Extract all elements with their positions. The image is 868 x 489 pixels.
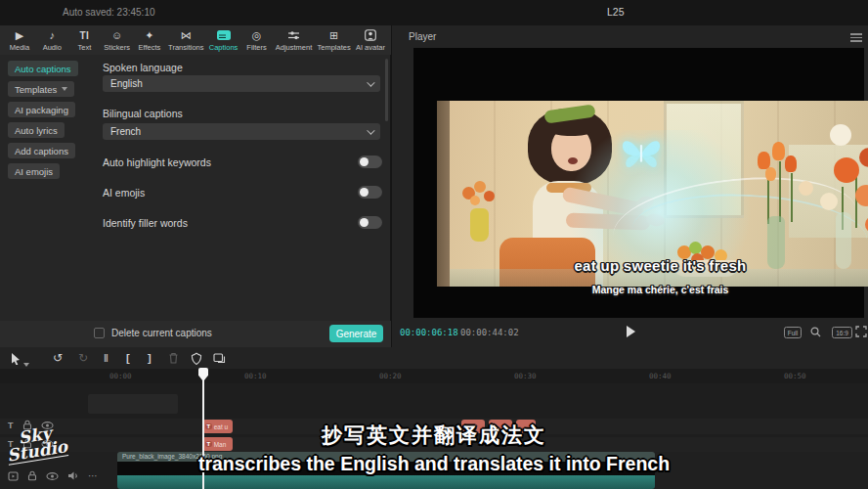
stickers-icon: ☺: [111, 29, 122, 42]
title-bar: Auto saved: 23:45:10 L25: [0, 0, 868, 25]
tab-filters[interactable]: ◎ Filters: [243, 29, 271, 52]
player-panel: Player: [392, 25, 868, 347]
play-button[interactable]: [627, 326, 635, 337]
sidebar-item-ai-emojis[interactable]: AI emojis: [8, 163, 60, 179]
spoken-language-select[interactable]: English: [103, 75, 380, 92]
empty-clip-slot: [88, 394, 178, 414]
text-icon: TI: [79, 29, 89, 42]
player-menu-icon[interactable]: [850, 33, 862, 42]
sidebar-item-templates[interactable]: Templates: [8, 81, 74, 97]
panel-scrollbar[interactable]: [385, 59, 388, 121]
filler-words-label: Identify filler words: [103, 217, 188, 229]
sidebar-item-auto-lyrics[interactable]: Auto lyrics: [8, 122, 65, 138]
zoom-fit-icon[interactable]: [809, 326, 822, 338]
ai-emojis-label: AI emojis: [103, 187, 145, 199]
current-timecode: 00:00:06:18: [400, 328, 458, 337]
undo-icon[interactable]: ↺: [53, 351, 63, 365]
captions-icon: [217, 29, 231, 42]
sidebar-item-ai-packaging[interactable]: AI packaging: [8, 102, 75, 117]
delete-icon[interactable]: [168, 352, 179, 364]
captions-panel: ▶ Media ♪ Audio TI Text ☺ Stickers ✦ Eff…: [0, 25, 391, 347]
subtitle-english: transcribes the English and translates i…: [0, 453, 868, 475]
chevron-down-icon: [62, 87, 67, 91]
split-icon[interactable]: Ⅱ: [104, 352, 108, 366]
subtitle-chinese: 抄写英文并翻译成法文: [0, 422, 868, 449]
audio-waveform: [117, 475, 655, 489]
auto-highlight-toggle[interactable]: [358, 156, 382, 168]
player-panel-title: Player: [409, 31, 436, 42]
spoken-language-label: Spoken language: [103, 62, 183, 73]
tab-effects[interactable]: ✦ Effects: [136, 29, 163, 52]
ai-avatar-icon: [365, 29, 376, 42]
audio-icon: ♪: [49, 29, 55, 42]
effects-icon: ✦: [145, 29, 153, 42]
media-icon: ▶: [16, 29, 23, 42]
auto-highlight-label: Auto highlight keywords: [103, 156, 211, 168]
filters-icon: ◎: [252, 29, 262, 42]
chevron-down-icon: [367, 78, 374, 86]
media-toolbar: ▶ Media ♪ Audio TI Text ☺ Stickers ✦ Eff…: [0, 25, 391, 55]
delete-captions-label: Delete current captions: [111, 328, 212, 338]
butterfly-hologram: [619, 136, 664, 173]
tab-text[interactable]: TI Text: [70, 29, 98, 52]
chevron-down-icon: [367, 126, 374, 134]
total-duration: 00:00:44:02: [460, 328, 519, 337]
filler-words-toggle[interactable]: [358, 216, 382, 229]
tab-captions[interactable]: Captions: [209, 29, 239, 52]
tab-transitions[interactable]: ⋈ Transitions: [168, 29, 203, 52]
tab-templates[interactable]: ⊞ Templates: [318, 29, 351, 52]
tab-media[interactable]: ▶ Media: [6, 29, 33, 52]
tab-ai-avatar[interactable]: AI avatar: [356, 29, 385, 52]
tab-adjustment[interactable]: Adjustment: [276, 29, 313, 52]
select-tool-icon[interactable]: [10, 352, 22, 365]
video-caption-primary: eat up sweetie it's fresh: [435, 257, 868, 274]
player-controls: 00:00:06:18 00:00:44:02 Full 16:9: [392, 318, 868, 347]
redo-icon[interactable]: ↻: [78, 351, 88, 365]
autosave-status: Auto saved: 23:45:10: [63, 7, 155, 18]
sidebar-item-add-captions[interactable]: Add captions: [8, 143, 75, 158]
bilingual-captions-select[interactable]: French: [103, 123, 380, 140]
delete-captions-checkbox[interactable]: [94, 328, 105, 338]
video-viewport: eat up sweetie it's fresh Mange ma chéri…: [413, 48, 864, 318]
video-caption-secondary: Mange ma chérie, c'est frais: [435, 284, 868, 295]
select-tool-caret-icon[interactable]: [23, 356, 29, 370]
generate-button[interactable]: Generate: [329, 325, 383, 342]
ai-emojis-toggle[interactable]: [358, 186, 382, 199]
timeline-ruler[interactable]: 00:00 00:10 00:20 00:30 00:40 00:50: [0, 369, 868, 383]
timeline-toolbar: ↺ ↻ Ⅱ [ ]: [0, 347, 868, 369]
sidebar-item-auto-captions[interactable]: Auto captions: [8, 61, 78, 76]
tab-audio[interactable]: ♪ Audio: [38, 29, 65, 52]
transitions-icon: ⋈: [181, 29, 192, 42]
crop-icon[interactable]: [213, 352, 226, 364]
tab-stickers[interactable]: ☺ Stickers: [104, 29, 131, 52]
trim-right-icon[interactable]: ]: [148, 351, 152, 365]
project-title: L25: [607, 6, 625, 18]
templates-icon: ⊞: [329, 29, 338, 42]
expand-player-icon[interactable]: [855, 326, 867, 337]
adjustment-icon: [287, 29, 300, 42]
bilingual-captions-label: Bilingual captions: [103, 108, 183, 119]
aspect-ratio-button[interactable]: 16:9: [832, 327, 852, 338]
mask-icon[interactable]: [191, 352, 202, 365]
trim-left-icon[interactable]: [: [126, 351, 130, 365]
fullscreen-preview-button[interactable]: Full: [784, 327, 802, 338]
captions-action-bar: Delete current captions Generate: [0, 321, 391, 347]
